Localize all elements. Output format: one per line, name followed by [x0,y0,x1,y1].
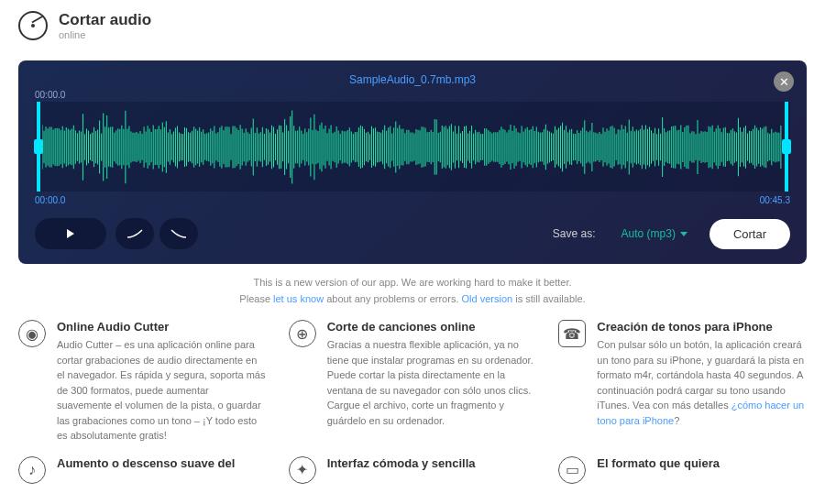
play-icon [67,229,74,238]
save-as-label: Save as: [553,227,596,240]
feature-title: El formato que quiera [597,456,720,470]
trim-handle-end[interactable] [785,102,788,192]
cut-button[interactable]: Cortar [710,219,790,249]
app-title: Cortar audio [59,11,151,29]
disc-icon: ◉ [18,320,46,347]
notice-line1: This is a new version of our app. We are… [253,277,571,288]
time-end-label: 00:45.3 [760,195,790,205]
cursor-icon: ✦ [289,456,316,484]
format-value: Auto (mp3) [622,227,676,240]
notice-text: This is a new version of our app. We are… [0,275,825,307]
format-icon: ▭ [558,456,586,484]
close-icon: ✕ [779,75,789,89]
fade-out-button[interactable] [160,218,198,249]
old-version-link[interactable]: Old version [462,293,513,304]
app-header: Cortar audio online [0,0,825,51]
time-cursor-label: 00:00.0 [35,90,790,100]
feature-text-tail: ? [674,415,679,426]
chevron-down-icon [680,232,688,236]
fade-in-button[interactable] [116,218,154,249]
volume-icon: ♪ [18,456,46,484]
fade-out-icon [170,228,188,239]
feature-card: ▭ El formato que quiera [558,456,807,484]
feedback-link[interactable]: let us know [273,293,324,304]
waveform-icon [42,102,783,192]
trim-handle-start[interactable] [37,102,40,192]
phone-icon: ☎ [558,320,586,347]
time-range: 00:00.0 00:45.3 [35,195,790,205]
feature-text: Audio Cutter – es una aplicación online … [57,337,267,444]
close-button[interactable]: ✕ [774,71,794,92]
notice-line2c: is still available. [512,293,585,304]
notice-line2a: Please [239,293,273,304]
feature-card: ☎ Creación de tonos para iPhone Con puls… [558,320,807,444]
feature-card: ⊕ Corte de canciones online Gracias a nu… [289,320,537,444]
feature-text: Gracias a nuestra flexible aplicación, y… [327,337,537,428]
play-button[interactable] [35,218,106,249]
app-logo-icon [18,11,48,40]
time-start-label: 00:00.0 [35,195,65,205]
format-dropdown[interactable]: Auto (mp3) [609,220,700,247]
fade-in-icon [126,228,144,239]
feature-text: Con pulsar sólo un botón, la aplicación … [597,337,807,428]
audio-editor-panel: SampleAudio_0.7mb.mp3 ✕ 00:00.0 00:00.0 … [18,60,807,264]
controls-bar: Save as: Auto (mp3) Cortar [35,218,790,249]
feature-card: ✦ Interfaz cómoda y sencilla [289,456,537,484]
feature-title: Online Audio Cutter [57,320,267,334]
waveform-container[interactable] [35,102,790,192]
feature-title: Creación de tonos para iPhone [597,320,807,334]
app-title-block: Cortar audio online [59,11,151,40]
feature-title: Corte de canciones online [327,320,537,334]
notice-line2b: about any problems or errors. [324,293,461,304]
feature-title: Interfaz cómoda y sencilla [327,456,476,470]
feature-card: ◉ Online Audio Cutter Audio Cutter – es … [18,320,267,444]
features-row-2: ♪ Aumento o descenso suave del ✦ Interfa… [0,444,825,484]
features-row: ◉ Online Audio Cutter Audio Cutter – es … [0,320,825,444]
filename-label: SampleAudio_0.7mb.mp3 [35,73,790,86]
feature-title: Aumento o descenso suave del [57,456,235,470]
globe-icon: ⊕ [289,320,316,347]
feature-card: ♪ Aumento o descenso suave del [18,456,267,484]
fade-button-group [116,218,198,249]
app-subtitle: online [59,29,151,40]
